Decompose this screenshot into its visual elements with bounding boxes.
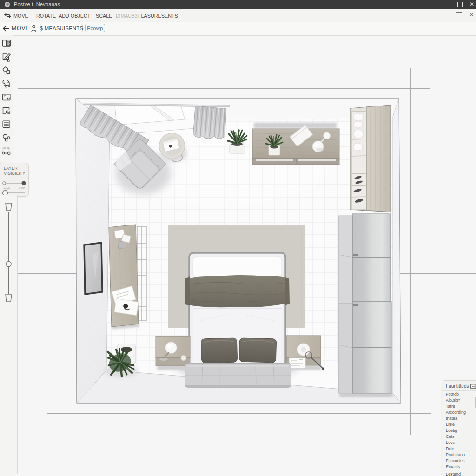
svg-text:pirity/s: pirity/s xyxy=(3,187,10,190)
svg-text:6 OO: 6 OO xyxy=(19,187,26,190)
